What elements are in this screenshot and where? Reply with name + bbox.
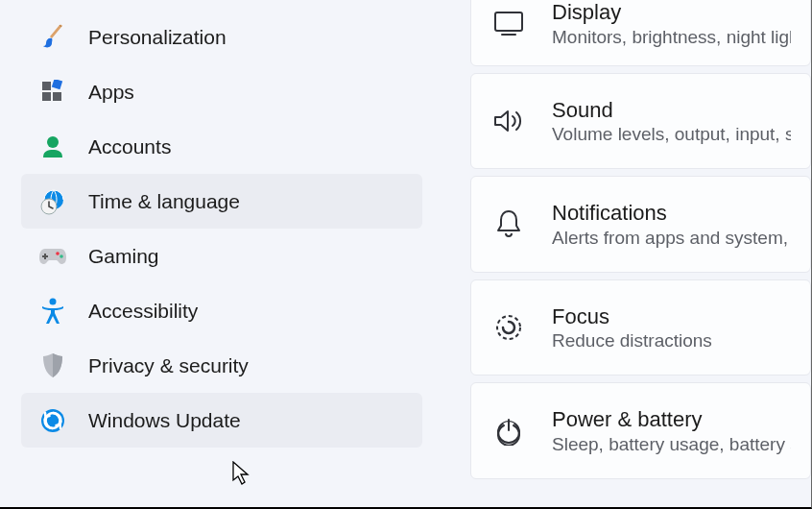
card-subtitle: Monitors, brightness, night light, bbox=[552, 27, 791, 48]
globe-clock-icon bbox=[38, 187, 67, 216]
sidebar-item-accounts[interactable]: Accounts bbox=[21, 119, 422, 174]
card-title: Sound bbox=[552, 97, 791, 125]
card-texts: Display Monitors, brightness, night ligh… bbox=[552, 0, 791, 48]
svg-point-9 bbox=[56, 252, 60, 255]
svg-rect-3 bbox=[52, 80, 62, 89]
settings-main-panel: Display Monitors, brightness, night ligh… bbox=[470, 0, 811, 486]
svg-rect-2 bbox=[53, 92, 61, 101]
svg-point-10 bbox=[60, 254, 63, 258]
sidebar-item-label: Privacy & security bbox=[88, 354, 249, 377]
sidebar-item-time-language[interactable]: Time & language bbox=[21, 174, 422, 229]
sidebar-item-apps[interactable]: Apps bbox=[21, 64, 422, 119]
mouse-cursor-icon bbox=[232, 461, 251, 486]
card-title: Power & battery bbox=[552, 406, 791, 434]
svg-rect-0 bbox=[42, 82, 51, 90]
card-texts: Sound Volume levels, output, input, sour bbox=[552, 97, 791, 146]
card-title: Focus bbox=[552, 303, 791, 331]
card-subtitle: Sleep, battery usage, battery save bbox=[552, 434, 791, 455]
card-title: Display bbox=[552, 0, 791, 27]
svg-point-11 bbox=[50, 298, 57, 304]
svg-point-15 bbox=[497, 316, 520, 339]
sidebar-item-windows-update[interactable]: Windows Update bbox=[21, 393, 422, 448]
sidebar-item-label: Accessibility bbox=[88, 300, 198, 323]
card-texts: Focus Reduce distractions bbox=[552, 303, 791, 352]
sidebar-item-label: Gaming bbox=[88, 245, 159, 268]
monitor-icon bbox=[492, 7, 525, 39]
update-icon bbox=[38, 406, 67, 435]
sidebar-item-gaming[interactable]: Gaming bbox=[21, 229, 422, 283]
card-subtitle: Volume levels, output, input, sour bbox=[552, 124, 791, 145]
sidebar-item-label: Apps bbox=[88, 81, 134, 104]
card-texts: Power & battery Sleep, battery usage, ba… bbox=[552, 406, 791, 455]
shield-icon bbox=[38, 351, 67, 380]
card-notifications[interactable]: Notifications Alerts from apps and syste… bbox=[470, 176, 811, 273]
card-subtitle: Alerts from apps and system, do n bbox=[552, 228, 791, 249]
card-power-battery[interactable]: Power & battery Sleep, battery usage, ba… bbox=[470, 382, 811, 479]
person-icon bbox=[38, 133, 67, 161]
focus-icon bbox=[492, 311, 525, 344]
gamepad-icon bbox=[38, 242, 67, 271]
apps-icon bbox=[38, 78, 67, 107]
card-sound[interactable]: Sound Volume levels, output, input, sour bbox=[470, 73, 811, 170]
sidebar-item-label: Time & language bbox=[88, 190, 240, 213]
power-icon bbox=[492, 415, 525, 448]
bell-icon bbox=[492, 207, 525, 240]
card-subtitle: Reduce distractions bbox=[552, 330, 791, 351]
sidebar-item-accessibility[interactable]: Accessibility bbox=[21, 283, 422, 338]
svg-point-4 bbox=[47, 136, 59, 148]
speaker-icon bbox=[492, 105, 525, 137]
sidebar-item-label: Accounts bbox=[88, 135, 171, 158]
card-texts: Notifications Alerts from apps and syste… bbox=[552, 200, 791, 249]
sidebar-item-label: Windows Update bbox=[88, 409, 241, 432]
sidebar-item-personalization[interactable]: Personalization bbox=[21, 10, 422, 64]
svg-rect-1 bbox=[42, 92, 51, 101]
accessibility-icon bbox=[38, 297, 67, 326]
svg-rect-13 bbox=[495, 12, 522, 31]
card-display[interactable]: Display Monitors, brightness, night ligh… bbox=[470, 0, 811, 66]
paintbrush-icon bbox=[38, 23, 67, 52]
card-focus[interactable]: Focus Reduce distractions bbox=[470, 279, 811, 376]
svg-rect-8 bbox=[42, 255, 48, 257]
sidebar-item-privacy-security[interactable]: Privacy & security bbox=[21, 338, 422, 393]
settings-sidebar: Personalization Apps Accounts bbox=[0, 0, 442, 457]
card-title: Notifications bbox=[552, 200, 791, 228]
sidebar-item-label: Personalization bbox=[88, 26, 227, 49]
